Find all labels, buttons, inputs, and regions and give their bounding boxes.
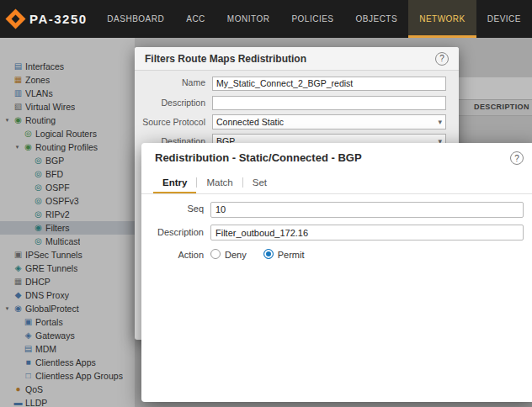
source-protocol-select[interactable]: Connected Static ▾ [212, 114, 446, 130]
dialog1-title: Filters Route Maps Redistribution [145, 53, 306, 65]
primary-nav: DASHBOARDACCMONITORPOLICIESOBJECTSNETWOR… [96, 0, 532, 38]
radio-unselected-icon[interactable] [210, 249, 221, 259]
radio-option-deny[interactable]: Deny [210, 249, 247, 260]
description-label: Description [135, 95, 212, 108]
name-label: Name [135, 75, 212, 88]
pan-os-app: DESCRIPTION ▤Interfaces▦Zones▥VLANs▧Virt… [0, 0, 532, 407]
top-bar: PA-3250 DASHBOARDACCMONITORPOLICIESOBJEC… [0, 0, 532, 38]
nav-tab-policies[interactable]: POLICIES [280, 0, 344, 38]
help-icon[interactable]: ? [435, 52, 449, 66]
action-options: DenyPermit [210, 247, 524, 262]
nav-tab-dashboard[interactable]: DASHBOARD [96, 0, 175, 38]
dialog1-titlebar: Filters Route Maps Redistribution ? [135, 47, 459, 71]
entry-description-row: Description [141, 225, 524, 241]
nav-tab-objects[interactable]: OBJECTS [345, 0, 409, 38]
nav-tab-monitor[interactable]: MONITOR [216, 0, 281, 38]
device-model-label: PA-3250 [29, 12, 88, 26]
action-label: Action [141, 247, 210, 260]
chevron-down-icon: ▾ [438, 118, 442, 126]
radio-selected-icon[interactable] [263, 249, 274, 259]
nav-tab-device[interactable]: DEVICE [476, 0, 532, 38]
description-row: Description [135, 95, 449, 111]
name-field[interactable] [212, 77, 446, 91]
name-row: Name [135, 75, 449, 91]
action-row: Action DenyPermit [141, 247, 524, 262]
tab-match[interactable]: Match [197, 172, 242, 193]
tab-set[interactable]: Set [243, 172, 276, 193]
source-protocol-value: Connected Static [216, 117, 284, 127]
tab-entry[interactable]: Entry [153, 172, 196, 193]
help-icon[interactable]: ? [510, 151, 524, 165]
radio-label: Deny [225, 249, 247, 260]
nav-tab-acc[interactable]: ACC [175, 0, 216, 38]
seq-label: Seq [141, 201, 210, 214]
dialog-redistribution-entry: Redistribution - Static/Connected - BGP … [141, 143, 532, 402]
entry-description-field[interactable] [210, 225, 524, 240]
logo: PA-3250 [0, 0, 96, 38]
nav-tab-network[interactable]: NETWORK [408, 0, 476, 38]
dialog2-tabs: EntryMatchSet [141, 172, 532, 194]
seq-field[interactable] [210, 202, 524, 218]
entry-description-label: Description [141, 225, 210, 237]
pan-logo-icon [5, 8, 25, 29]
seq-row: Seq [141, 201, 524, 218]
source-protocol-label: Source Protocol [135, 114, 212, 128]
radio-option-permit[interactable]: Permit [263, 249, 305, 260]
source-protocol-row: Source Protocol Connected Static ▾ [135, 114, 449, 130]
dialog2-titlebar: Redistribution - Static/Connected - BGP … [141, 143, 532, 172]
dialog2-title: Redistribution - Static/Connected - BGP [155, 151, 362, 164]
radio-label: Permit [278, 249, 305, 260]
description-field[interactable] [212, 96, 446, 110]
